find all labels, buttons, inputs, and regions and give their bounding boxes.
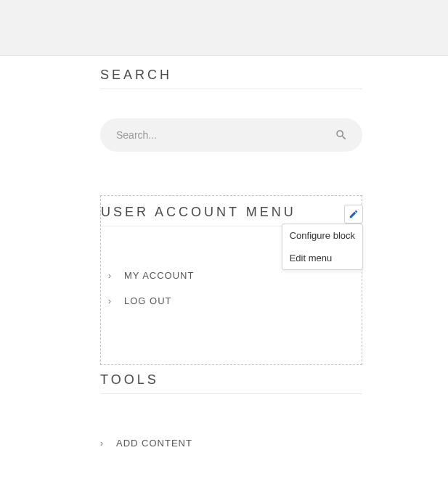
- contextual-menu: Configure block Edit menu: [282, 224, 363, 270]
- menu-item-log-out[interactable]: › LOG OUT: [108, 288, 354, 314]
- divider: [100, 393, 362, 394]
- user-account-menu-block: USER ACCOUNT MENU Configure block Edit m…: [100, 195, 362, 365]
- search-block-title: SEARCH: [100, 68, 362, 83]
- user-account-menu-list: › MY ACCOUNT › LOG OUT: [108, 263, 354, 314]
- contextual-menu-item-configure-block[interactable]: Configure block: [282, 224, 362, 247]
- divider: [100, 89, 362, 89]
- tools-menu-list: › ADD CONTENT: [100, 430, 362, 456]
- pencil-icon: [349, 209, 359, 219]
- chevron-right-icon: ›: [108, 297, 115, 306]
- search-icon: [335, 128, 348, 142]
- search-submit-button[interactable]: [330, 124, 352, 146]
- chevron-right-icon: ›: [100, 439, 107, 448]
- search-block: SEARCH: [100, 68, 362, 152]
- top-bar: [0, 0, 448, 56]
- search-form: [100, 118, 362, 152]
- menu-item-label: LOG OUT: [124, 295, 172, 306]
- contextual-menu-item-edit-menu[interactable]: Edit menu: [282, 247, 362, 269]
- menu-item-add-content[interactable]: › ADD CONTENT: [100, 430, 362, 456]
- contextual-edit-button[interactable]: [344, 205, 363, 224]
- tools-block: TOOLS › ADD CONTENT: [100, 372, 362, 456]
- chevron-right-icon: ›: [108, 271, 115, 280]
- search-input[interactable]: [100, 118, 362, 152]
- sidebar-region: SEARCH USER ACCOUNT MENU Configure block…: [0, 56, 448, 456]
- menu-item-label: ADD CONTENT: [116, 438, 192, 449]
- tools-block-title: TOOLS: [100, 372, 362, 388]
- menu-item-label: MY ACCOUNT: [124, 270, 194, 281]
- user-account-menu-title: USER ACCOUNT MENU: [101, 205, 354, 220]
